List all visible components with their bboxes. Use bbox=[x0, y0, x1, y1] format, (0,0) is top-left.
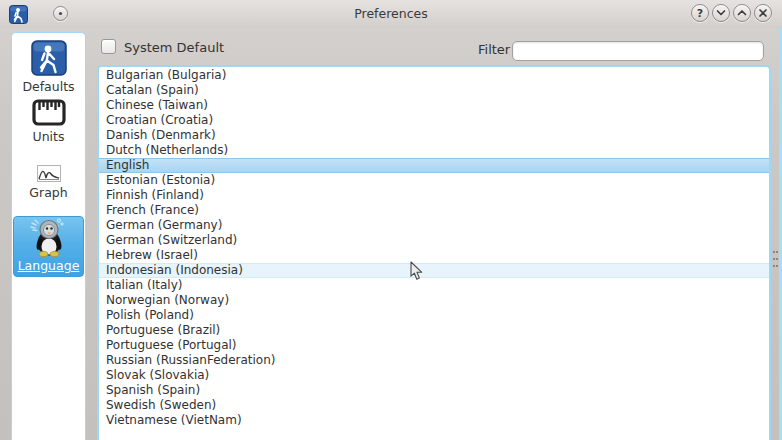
close-x-icon bbox=[755, 5, 771, 21]
language-row[interactable]: Slovak (Slovakia) bbox=[99, 368, 769, 383]
language-row[interactable]: Polish (Poland) bbox=[99, 308, 769, 323]
maximize-button[interactable] bbox=[733, 4, 751, 22]
sidebar-item-label: Graph bbox=[12, 185, 85, 200]
close-button[interactable] bbox=[754, 4, 772, 22]
language-row[interactable]: Norwegian (Norway) bbox=[99, 293, 769, 308]
language-row[interactable]: Spanish (Spain) bbox=[99, 383, 769, 398]
language-row[interactable]: German (Switzerland) bbox=[99, 233, 769, 248]
language-row[interactable]: Bulgarian (Bulgaria) bbox=[99, 68, 769, 83]
help-icon: ? bbox=[697, 7, 703, 20]
chevron-down-icon bbox=[713, 5, 729, 21]
chevron-up-icon bbox=[734, 5, 750, 21]
language-row[interactable]: Hebrew (Israel) bbox=[99, 248, 769, 263]
window-title: Preferences bbox=[0, 0, 782, 28]
system-default-checkbox[interactable] bbox=[101, 39, 116, 54]
language-row[interactable]: Indonesian (Indonesia) bbox=[99, 263, 769, 278]
language-row[interactable]: Finnish (Finland) bbox=[99, 188, 769, 203]
help-button[interactable]: ? bbox=[691, 4, 709, 22]
sidebar-item-graph[interactable]: Graph bbox=[12, 165, 85, 200]
sticky-dot-icon bbox=[57, 10, 64, 17]
language-row[interactable]: Croatian (Croatia) bbox=[99, 113, 769, 128]
mouse-cursor-icon bbox=[410, 261, 424, 281]
language-list[interactable]: Bulgarian (Bulgaria)Catalan (Spain)Chine… bbox=[97, 65, 771, 440]
system-default-label[interactable]: System Default bbox=[124, 40, 224, 55]
shade-button[interactable] bbox=[712, 4, 730, 22]
language-row[interactable]: Estonian (Estonia) bbox=[99, 173, 769, 188]
language-row[interactable]: English bbox=[99, 158, 769, 173]
sidebar-item-label: Defaults bbox=[12, 79, 85, 94]
language-row[interactable]: Swedish (Sweden) bbox=[99, 398, 769, 413]
sidebar-item-units[interactable]: Units bbox=[12, 99, 85, 144]
sidebar-item-label: Units bbox=[12, 129, 85, 144]
language-row[interactable]: Portuguese (Portugal) bbox=[99, 338, 769, 353]
titlebar[interactable]: Preferences ? bbox=[0, 0, 782, 28]
sidebar-item-language[interactable]: Language bbox=[13, 216, 84, 277]
sticky-button[interactable] bbox=[53, 6, 68, 21]
language-row[interactable]: German (Germany) bbox=[99, 218, 769, 233]
filter-label: Filter bbox=[478, 42, 510, 57]
language-row[interactable]: Russian (RussianFederation) bbox=[99, 353, 769, 368]
language-row[interactable]: Italian (Italy) bbox=[99, 278, 769, 293]
tux-penguin-icon bbox=[28, 217, 70, 257]
language-row[interactable]: Dutch (Netherlands) bbox=[99, 143, 769, 158]
sidebar-item-defaults[interactable]: Defaults bbox=[12, 40, 85, 94]
ruler-icon bbox=[32, 99, 66, 126]
app-hiker-icon[interactable] bbox=[9, 5, 28, 24]
graph-icon bbox=[37, 165, 61, 182]
language-row[interactable]: Portuguese (Brazil) bbox=[99, 323, 769, 338]
sidebar: Defaults Units Graph bbox=[11, 32, 86, 440]
splitter-handle[interactable] bbox=[772, 251, 778, 267]
language-row[interactable]: Catalan (Spain) bbox=[99, 83, 769, 98]
preferences-window: { "window": { "title": "Preferences", "h… bbox=[0, 0, 782, 440]
language-row[interactable]: Vietnamese (VietNam) bbox=[99, 413, 769, 428]
filter-input[interactable] bbox=[512, 41, 764, 61]
hiker-icon bbox=[31, 40, 67, 76]
language-row[interactable]: French (France) bbox=[99, 203, 769, 218]
sidebar-item-label: Language bbox=[14, 258, 83, 273]
language-row[interactable]: Danish (Denmark) bbox=[99, 128, 769, 143]
language-row[interactable]: Chinese (Taiwan) bbox=[99, 98, 769, 113]
